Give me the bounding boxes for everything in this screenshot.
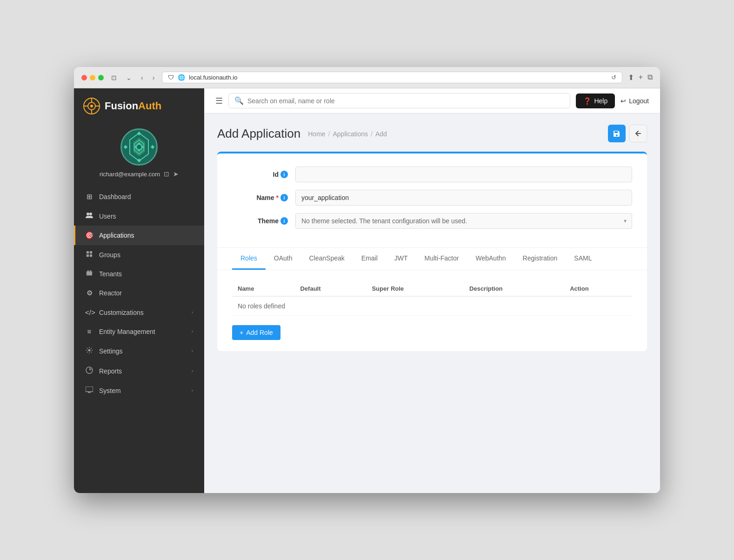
page-title: Add Application [217, 127, 300, 141]
sidebar-item-label: Dashboard [99, 193, 131, 200]
browser-btn[interactable]: ⌄ [124, 73, 133, 82]
save-icon [613, 130, 621, 137]
theme-info-icon[interactable]: i [280, 217, 288, 225]
roles-table-body: No roles defined [232, 296, 632, 316]
url-text: local.fusionauth.io [189, 74, 237, 81]
svg-rect-20 [90, 251, 92, 253]
name-input[interactable] [295, 190, 632, 206]
traffic-light-maximize[interactable] [98, 75, 104, 80]
name-field-row: Name * i [232, 190, 632, 206]
sidebar-item-label: Applications [99, 232, 134, 239]
fusionauth-logo-icon [83, 98, 100, 114]
traffic-light-close[interactable] [81, 75, 87, 80]
tab-cleanspeak[interactable]: CleanSpeak [301, 248, 353, 270]
tab-multi-factor[interactable]: Multi-Factor [416, 248, 467, 270]
sidebar-item-users[interactable]: Users [74, 207, 204, 226]
tab-roles[interactable]: Roles [232, 248, 266, 270]
globe-icon: 🌐 [178, 74, 185, 81]
table-header-row: Name Default Super Role Description Acti… [232, 281, 632, 296]
user-email: richard@example.com [100, 171, 160, 178]
dashboard-icon: ⊞ [85, 193, 93, 201]
navigation-icon[interactable]: ➤ [173, 170, 179, 178]
name-info-icon[interactable]: i [280, 194, 288, 201]
sidebar-item-system[interactable]: System › [74, 381, 204, 400]
reload-icon[interactable]: ↺ [611, 74, 616, 81]
no-roles-text: No roles defined [238, 302, 285, 310]
sidebar-avatar-section: richard@example.com ⊡ ➤ [74, 124, 204, 187]
traffic-light-minimize[interactable] [90, 75, 95, 80]
svg-point-24 [88, 349, 91, 352]
search-box[interactable]: 🔍 [228, 93, 570, 108]
share-icon[interactable]: ⬆ [628, 73, 634, 82]
sidebar-toggle-btn[interactable]: ⊡ [109, 73, 119, 82]
logout-button[interactable]: ↩ Logout [621, 97, 649, 105]
back-btn[interactable]: ‹ [139, 73, 145, 82]
svg-point-12 [137, 145, 141, 149]
save-button[interactable] [608, 125, 626, 142]
required-indicator: * [276, 194, 279, 201]
sidebar-item-label: Entity Management [99, 328, 155, 335]
svg-rect-22 [90, 254, 92, 257]
breadcrumb-applications[interactable]: Applications [333, 130, 368, 138]
sidebar-item-label: Settings [99, 347, 123, 355]
chevron-right-icon: › [192, 329, 193, 334]
menu-toggle-btn[interactable]: ☰ [215, 96, 223, 106]
tab-saml[interactable]: SAML [566, 248, 600, 270]
theme-select-wrapper: No theme selected. The tenant configurat… [295, 213, 632, 229]
browser-actions: ⬆ + ⧉ [628, 73, 653, 82]
sidebar-item-reports[interactable]: Reports › [74, 361, 204, 381]
tab-jwt[interactable]: JWT [386, 248, 416, 270]
sidebar-item-dashboard[interactable]: ⊞ Dashboard [74, 187, 204, 207]
sidebar-logo: FusionAuth [74, 88, 204, 124]
sidebar-item-label: Groups [99, 251, 120, 259]
svg-point-2 [90, 105, 93, 107]
add-role-button[interactable]: + Add Role [232, 325, 280, 340]
tab-oauth[interactable]: OAuth [266, 248, 301, 270]
sidebar-item-settings[interactable]: Settings › [74, 341, 204, 361]
sidebar-item-customizations[interactable]: </> Customizations › [74, 303, 204, 322]
settings-icon [85, 347, 93, 355]
tabs-nav: Roles OAuth CleanSpeak Email JWT Multi-F… [232, 248, 632, 270]
id-input[interactable] [295, 167, 632, 182]
theme-label: Theme i [232, 217, 288, 225]
security-icon: 🛡 [168, 74, 174, 81]
new-tab-icon[interactable]: + [639, 73, 643, 82]
logo-auth: Auth [138, 100, 161, 112]
tab-registration[interactable]: Registration [514, 248, 566, 270]
logo-fusion: Fusion [105, 100, 138, 112]
roles-table: Name Default Super Role Description Acti… [232, 281, 632, 316]
back-button[interactable] [629, 125, 647, 142]
help-button[interactable]: ❓ Help [576, 93, 615, 108]
search-icon: 🔍 [234, 96, 244, 105]
sidebar-item-groups[interactable]: Groups [74, 245, 204, 264]
col-action: Action [564, 281, 632, 296]
search-input[interactable] [247, 97, 564, 105]
svg-point-17 [87, 213, 89, 215]
chevron-right-icon: › [192, 310, 193, 315]
sidebar-item-applications[interactable]: 🎯 Applications [74, 226, 204, 245]
windows-icon[interactable]: ⧉ [647, 73, 653, 82]
breadcrumb-separator: / [371, 130, 373, 138]
id-label: Id i [232, 171, 288, 178]
tabs-section: Roles OAuth CleanSpeak Email JWT Multi-F… [217, 248, 647, 270]
tab-webauthn[interactable]: WebAuthn [467, 248, 514, 270]
theme-select[interactable]: No theme selected. The tenant configurat… [295, 213, 632, 229]
page-title-section: Add Application Home / Applications / Ad… [217, 127, 387, 141]
tab-email[interactable]: Email [353, 248, 386, 270]
traffic-lights [81, 75, 104, 80]
app-layout: FusionAuth [74, 88, 660, 493]
svg-rect-23 [87, 272, 92, 276]
groups-icon [85, 251, 93, 259]
breadcrumb-home[interactable]: Home [308, 130, 325, 138]
forward-btn[interactable]: › [151, 73, 157, 82]
plus-icon: + [240, 329, 243, 336]
sidebar-item-entity-management[interactable]: ≡ Entity Management › [74, 322, 204, 341]
form-card: Id i Name * i [217, 152, 647, 351]
sidebar: FusionAuth [74, 88, 204, 493]
sidebar-item-label: Tenants [99, 270, 122, 278]
users-icon [85, 212, 93, 220]
sidebar-item-reactor[interactable]: ⚙ Reactor [74, 283, 204, 303]
profile-icon[interactable]: ⊡ [164, 170, 169, 178]
id-info-icon[interactable]: i [280, 171, 288, 178]
sidebar-item-tenants[interactable]: Tenants [74, 264, 204, 283]
